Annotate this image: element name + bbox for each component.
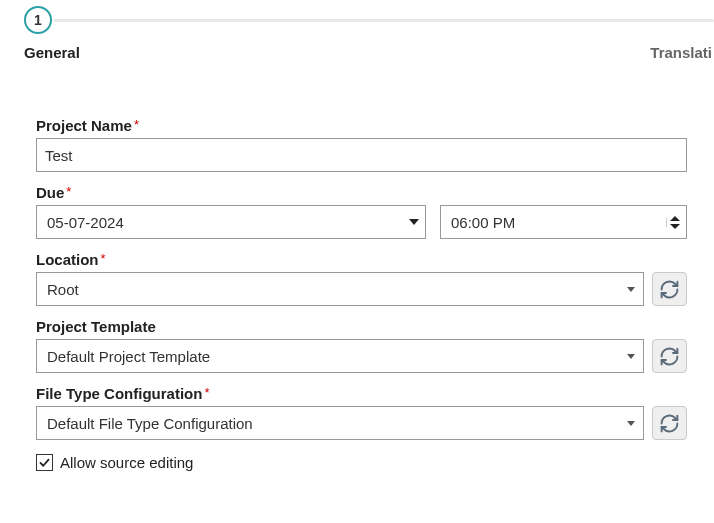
file-type-config-label: File Type Configuration* — [36, 385, 688, 402]
due-date-value: 05-07-2024 — [47, 214, 124, 231]
chevron-down-icon — [409, 219, 419, 225]
required-star-icon: * — [134, 117, 139, 132]
file-type-config-refresh-button[interactable] — [652, 406, 687, 440]
tab-general[interactable]: General — [24, 44, 80, 61]
allow-source-editing-label: Allow source editing — [60, 454, 193, 471]
allow-source-editing-checkbox[interactable] — [36, 454, 53, 471]
refresh-icon — [659, 346, 680, 367]
due-date-dropdown[interactable]: 05-07-2024 — [36, 205, 426, 239]
location-dropdown[interactable]: Root — [36, 272, 644, 306]
step-number: 1 — [34, 12, 42, 28]
due-row-container: Due* 05-07-2024 06:00 PM — [36, 184, 688, 239]
project-template-refresh-button[interactable] — [652, 339, 687, 373]
location-row: Location* Root — [36, 251, 688, 306]
refresh-icon — [659, 279, 680, 300]
tab-translati[interactable]: Translati — [650, 44, 712, 61]
chevron-down-icon — [627, 354, 635, 359]
form-area: Project Name* Due* 05-07-2024 06:00 PM — [0, 61, 714, 471]
allow-source-editing-row: Allow source editing — [36, 454, 688, 471]
project-template-label-text: Project Template — [36, 318, 156, 335]
spinner-separator — [666, 218, 667, 227]
spinner-down-icon[interactable] — [670, 224, 680, 229]
project-name-input[interactable] — [36, 138, 687, 172]
project-template-label: Project Template — [36, 318, 688, 335]
file-type-config-row: File Type Configuration* Default File Ty… — [36, 385, 688, 440]
location-label-text: Location — [36, 251, 99, 268]
location-refresh-button[interactable] — [652, 272, 687, 306]
required-star-icon: * — [101, 251, 106, 266]
tabs-row: General Translati — [0, 38, 714, 61]
location-value: Root — [47, 281, 79, 298]
project-template-dropdown[interactable]: Default Project Template — [36, 339, 644, 373]
due-time-spinner[interactable]: 06:00 PM — [440, 205, 687, 239]
stepper-row: 1 — [0, 0, 714, 38]
due-label: Due* — [36, 184, 688, 201]
due-time-value: 06:00 PM — [451, 214, 515, 231]
project-template-row: Project Template Default Project Templat… — [36, 318, 688, 373]
chevron-down-icon — [627, 287, 635, 292]
due-label-text: Due — [36, 184, 64, 201]
project-name-label-text: Project Name — [36, 117, 132, 134]
chevron-down-icon — [627, 421, 635, 426]
file-type-config-label-text: File Type Configuration — [36, 385, 202, 402]
checkmark-icon — [38, 456, 51, 469]
step-progress-line — [54, 19, 714, 22]
file-type-config-value: Default File Type Configuration — [47, 415, 253, 432]
project-template-value: Default Project Template — [47, 348, 210, 365]
required-star-icon: * — [66, 184, 71, 199]
step-1-circle[interactable]: 1 — [24, 6, 52, 34]
project-name-row: Project Name* — [36, 117, 688, 172]
file-type-config-dropdown[interactable]: Default File Type Configuration — [36, 406, 644, 440]
project-name-label: Project Name* — [36, 117, 688, 134]
spinner-up-icon[interactable] — [670, 216, 680, 221]
refresh-icon — [659, 413, 680, 434]
required-star-icon: * — [204, 385, 209, 400]
location-label: Location* — [36, 251, 688, 268]
